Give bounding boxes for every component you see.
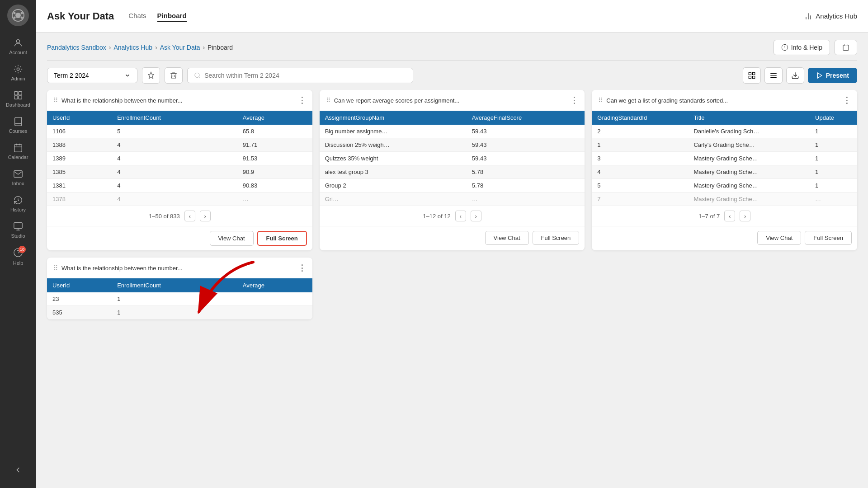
card-4-table: UserId EnrollmentCount Average 231 5351: [47, 278, 312, 319]
card-3-pagination: 1–7 of 7 ‹ ›: [592, 206, 857, 226]
full-screen-btn-1[interactable]: Full Screen: [257, 231, 307, 246]
card-3-menu[interactable]: ⋮: [843, 95, 851, 105]
breadcrumb-item-2[interactable]: Ask Your Data: [160, 44, 200, 51]
tab-pinboard[interactable]: Pinboard: [157, 10, 187, 22]
sidebar-item-inbox[interactable]: Inbox: [0, 164, 36, 191]
breadcrumb-item-3: Pinboard: [208, 44, 233, 51]
term-selector[interactable]: Term 2 2024: [47, 68, 137, 83]
svg-rect-9: [19, 92, 22, 95]
sidebar-item-account[interactable]: Account: [0, 33, 36, 60]
breadcrumb: Pandalytics Sandbox › Analytics Hub › As…: [47, 44, 233, 51]
svg-rect-8: [14, 92, 18, 95]
page-prev-1[interactable]: ‹: [184, 211, 195, 221]
svg-rect-12: [14, 145, 22, 152]
page-next-1[interactable]: ›: [200, 211, 211, 221]
pin-icon-btn[interactable]: [142, 67, 160, 84]
page-next-2[interactable]: ›: [471, 211, 481, 221]
sidebar-item-courses[interactable]: Courses: [0, 112, 36, 138]
breadcrumb-item-0[interactable]: Pandalytics Sandbox: [47, 44, 106, 51]
card-1-title: What is the relationship between the num…: [61, 97, 294, 104]
svg-rect-10: [14, 96, 18, 99]
sidebar-item-admin[interactable]: Admin: [0, 60, 36, 86]
analytics-hub-btn[interactable]: Analytics Hub: [804, 12, 857, 21]
table-row: 1Carly's Grading Sche…1: [592, 138, 857, 152]
sidebar-item-dashboard[interactable]: Dashboard: [0, 86, 36, 112]
table-row: Group 25.78: [320, 179, 585, 192]
card-2-title: Can we report average scores per assignm…: [334, 97, 567, 104]
svg-rect-30: [749, 72, 751, 75]
tab-chats[interactable]: Chats: [128, 10, 146, 22]
sidebar-collapse-btn[interactable]: [6, 458, 30, 483]
full-screen-btn-2[interactable]: Full Screen: [533, 231, 580, 245]
calendar-icon-btn[interactable]: [835, 40, 857, 55]
breadcrumb-item-1[interactable]: Analytics Hub: [113, 44, 152, 51]
card-2-col-0: AssignmentGroupNam: [320, 111, 467, 125]
toolbar: Term 2 2024: [36, 61, 868, 90]
svg-point-5: [21, 17, 23, 19]
page-prev-3[interactable]: ‹: [724, 211, 735, 221]
card-3-col-0: GradingStandardId: [592, 111, 688, 125]
list-view-btn[interactable]: [764, 67, 783, 84]
card-2-footer: View Chat Full Screen: [320, 226, 585, 249]
page-prev-2[interactable]: ‹: [455, 211, 466, 221]
card-3: ⠿ Can we get a list of grading standards…: [592, 90, 857, 250]
card-4-col-1: EnrollmentCount: [112, 278, 237, 292]
full-screen-btn-3[interactable]: Full Screen: [805, 231, 852, 245]
view-chat-btn-2[interactable]: View Chat: [485, 231, 529, 245]
view-chat-btn-3[interactable]: View Chat: [757, 231, 801, 245]
card-2-table: AssignmentGroupNam AverageFinalScore Big…: [320, 111, 585, 206]
nav-tabs: Chats Pinboard: [128, 10, 186, 22]
analytics-hub-label: Analytics Hub: [816, 12, 857, 20]
svg-line-29: [199, 77, 200, 78]
card-1-table: UserId EnrollmentCount Average 1106565.8…: [47, 111, 312, 206]
svg-rect-33: [752, 76, 755, 79]
search-icon: [194, 72, 201, 79]
app-logo[interactable]: [7, 5, 29, 26]
delete-icon-btn[interactable]: [165, 67, 183, 84]
cards-grid: ⠿ What is the relationship between the n…: [47, 90, 857, 319]
card-2: ⠿ Can we report average scores per assig…: [320, 90, 585, 250]
toolbar-right: Present: [743, 67, 857, 84]
card-1-col-2: Average: [237, 111, 312, 125]
card-3-col-2: Update: [810, 111, 857, 125]
svg-point-1: [15, 13, 21, 18]
card-4-col-0: UserId: [47, 278, 112, 292]
view-chat-btn-1[interactable]: View Chat: [210, 231, 254, 246]
info-help-btn[interactable]: Info & Help: [774, 40, 830, 55]
sidebar-item-help[interactable]: 10 Help: [0, 243, 36, 270]
sidebar-item-calendar[interactable]: Calendar: [0, 138, 36, 164]
table-row: 2Danielle's Grading Sch…1: [592, 125, 857, 138]
card-4-header: ⠿ What is the relationship between the n…: [47, 258, 312, 278]
card-3-footer: View Chat Full Screen: [592, 226, 857, 249]
svg-point-6: [16, 40, 19, 43]
svg-rect-16: [14, 223, 22, 229]
table-row: Quizzes 35% weight59.43: [320, 152, 585, 165]
table-row: Big number assignme…59.43: [320, 125, 585, 138]
breadcrumb-actions: Info & Help: [774, 40, 857, 55]
present-btn[interactable]: Present: [808, 68, 857, 83]
table-row: 1106565.8: [47, 125, 312, 138]
search-input[interactable]: [204, 72, 406, 79]
page-next-3[interactable]: ›: [740, 211, 750, 221]
card-4-menu[interactable]: ⋮: [298, 263, 306, 273]
drag-icon-2: ⠿: [326, 97, 330, 104]
chevron-down-icon: [124, 72, 131, 79]
grid-view-btn[interactable]: [743, 67, 761, 84]
table-row: 1388491.71: [47, 138, 312, 152]
card-2-col-1: AverageFinalScore: [467, 111, 585, 125]
sidebar-item-studio[interactable]: Studio: [0, 217, 36, 243]
card-1-footer: View Chat Full Screen: [47, 226, 312, 250]
card-3-col-1: Title: [688, 111, 810, 125]
card-4-col-2: Average: [237, 278, 312, 292]
card-1-menu[interactable]: ⋮: [298, 95, 306, 105]
card-2-menu[interactable]: ⋮: [570, 95, 578, 105]
svg-rect-32: [749, 76, 751, 79]
sidebar-item-history[interactable]: History: [0, 191, 36, 217]
card-4-title: What is the relationship between the num…: [61, 265, 294, 272]
app-title: Ask Your Data: [47, 10, 114, 22]
download-btn[interactable]: [786, 67, 804, 84]
card-3-table: GradingStandardId Title Update 2Danielle…: [592, 111, 857, 206]
card-3-header: ⠿ Can we get a list of grading standards…: [592, 90, 857, 111]
top-nav: Ask Your Data Chats Pinboard Analytics H…: [36, 0, 868, 33]
main-content: Ask Your Data Chats Pinboard Analytics H…: [36, 0, 868, 488]
